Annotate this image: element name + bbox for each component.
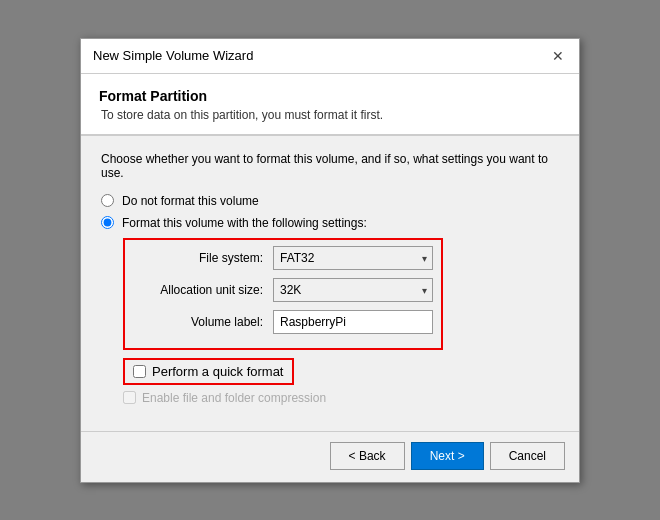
file-system-select-wrapper: FAT32 NTFS exFAT ▾ (273, 246, 433, 270)
header-title: Format Partition (99, 88, 561, 104)
next-button[interactable]: Next > (411, 442, 484, 470)
radio-format-label: Format this volume with the following se… (122, 216, 367, 230)
radio-no-format[interactable] (101, 194, 114, 207)
dialog-title: New Simple Volume Wizard (93, 48, 253, 63)
close-button[interactable]: ✕ (549, 47, 567, 65)
compression-checkbox (123, 391, 136, 404)
radio-no-format-option[interactable]: Do not format this volume (101, 194, 559, 208)
quick-format-row: Perform a quick format (123, 358, 559, 385)
compression-label: Enable file and folder compression (142, 391, 326, 405)
allocation-select[interactable]: 32K 4K 8K 16K 64K (273, 278, 433, 302)
highlighted-settings-group: File system: FAT32 NTFS exFAT ▾ Allocati… (123, 238, 443, 350)
file-system-row: File system: FAT32 NTFS exFAT ▾ (133, 246, 433, 270)
format-settings: File system: FAT32 NTFS exFAT ▾ Allocati… (123, 238, 559, 350)
radio-format-option[interactable]: Format this volume with the following se… (101, 216, 559, 230)
quick-format-group: Perform a quick format (123, 358, 294, 385)
volume-label-row: Volume label: (133, 310, 433, 334)
content-description: Choose whether you want to format this v… (101, 152, 559, 180)
allocation-label: Allocation unit size: (133, 283, 263, 297)
compression-row: Enable file and folder compression (123, 391, 559, 405)
quick-format-checkbox[interactable] (133, 365, 146, 378)
volume-label-input[interactable] (273, 310, 433, 334)
file-system-select[interactable]: FAT32 NTFS exFAT (273, 246, 433, 270)
allocation-select-wrapper: 32K 4K 8K 16K 64K ▾ (273, 278, 433, 302)
cancel-button[interactable]: Cancel (490, 442, 565, 470)
quick-format-label: Perform a quick format (152, 364, 284, 379)
radio-format[interactable] (101, 216, 114, 229)
content-section: Choose whether you want to format this v… (81, 136, 579, 421)
title-bar: New Simple Volume Wizard ✕ (81, 39, 579, 74)
volume-label-label: Volume label: (133, 315, 263, 329)
dialog-window: New Simple Volume Wizard ✕ Format Partit… (80, 38, 580, 483)
header-subtitle: To store data on this partition, you mus… (101, 108, 561, 122)
allocation-row: Allocation unit size: 32K 4K 8K 16K 64K … (133, 278, 433, 302)
radio-no-format-label: Do not format this volume (122, 194, 259, 208)
back-button[interactable]: < Back (330, 442, 405, 470)
footer: < Back Next > Cancel (81, 431, 579, 482)
file-system-label: File system: (133, 251, 263, 265)
header-section: Format Partition To store data on this p… (81, 74, 579, 135)
